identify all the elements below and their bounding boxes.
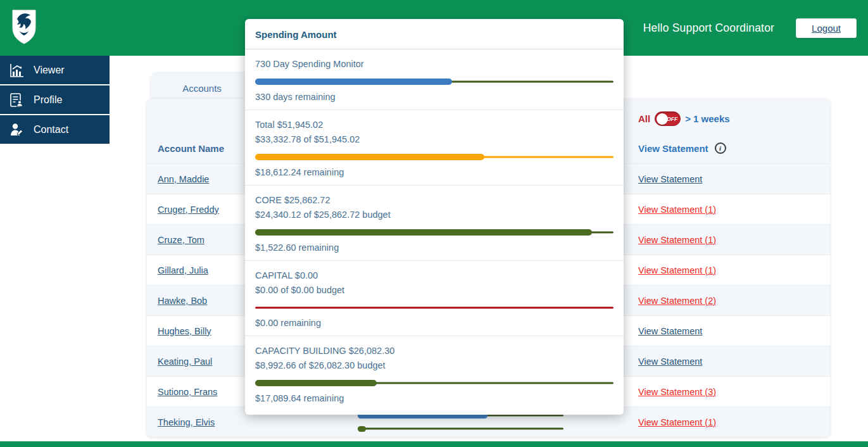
section-label: CORE $25,862.72 — [255, 194, 613, 206]
section-remaining: $17,089.64 remaining — [255, 393, 613, 405]
modal-body: 730 Day Spending Monitor330 days remaini… — [245, 49, 624, 415]
filter-toggle[interactable]: OFF — [655, 111, 681, 126]
sidebar-item-profile[interactable]: Profile — [0, 85, 110, 114]
profile-document-icon — [8, 92, 25, 108]
spending-progress-bar — [358, 426, 563, 432]
section-usage: $24,340.12 of $25,862.72 budget — [255, 209, 613, 221]
column-header-view-statement: View Statement i — [638, 142, 830, 154]
sidebar-item-viewer[interactable]: Viewer — [0, 56, 110, 84]
account-name-link[interactable]: Keating, Paul — [158, 356, 212, 367]
spending-section: CORE $25,862.72$24,340.12 of $25,862.72 … — [245, 186, 624, 261]
section-usage: $8,992.66 of $26,082.30 budget — [255, 360, 613, 372]
section-label: CAPITAL $0.00 — [255, 270, 613, 282]
sidebar-item-label: Viewer — [34, 65, 65, 76]
statement-filter: All OFF > 1 weeks — [638, 111, 730, 126]
spending-progress-bar — [255, 229, 613, 236]
bar-fill — [255, 154, 484, 160]
spending-progress-bar — [255, 305, 613, 311]
view-statement-link[interactable]: View Statement — [638, 326, 702, 336]
account-name-link[interactable]: Sutiono, Frans — [158, 387, 217, 397]
filter-weeks-label: > 1 weeks — [685, 113, 729, 124]
sidebar-item-contact[interactable]: Contact — [0, 115, 110, 144]
spending-section: 730 Day Spending Monitor330 days remaini… — [245, 49, 624, 110]
account-name-link[interactable]: Hughes, Billy — [158, 326, 211, 336]
view-statement-link[interactable]: View Statement (3) — [638, 387, 716, 397]
logo-shield-icon — [11, 9, 37, 46]
bar-track — [358, 428, 563, 430]
spending-amount-popover: Spending Amount 730 Day Spending Monitor… — [245, 19, 624, 415]
footer-strip — [0, 441, 868, 447]
greeting-text: Hello Support Coordinator — [643, 22, 774, 35]
view-statement-link[interactable]: View Statement (1) — [638, 265, 716, 275]
view-statement-link[interactable]: View Statement (2) — [638, 296, 716, 306]
section-label: 730 Day Spending Monitor — [255, 58, 613, 70]
spending-section: CAPITAL $0.00$0.00 of $0.00 budget$0.00 … — [245, 261, 624, 336]
app-page: Hello Support Coordinator Logout Viewer — [0, 0, 868, 447]
account-name-link[interactable]: Gillard, Julia — [158, 265, 208, 275]
bar-fill — [358, 426, 366, 432]
info-icon[interactable]: i — [715, 142, 726, 154]
sidebar: Viewer Profile Contact — [0, 56, 110, 145]
chart-icon — [8, 62, 25, 79]
view-statement-link[interactable]: View Statement (1) — [638, 235, 716, 245]
section-remaining: $1,522.60 remaining — [255, 242, 613, 254]
account-name-link[interactable]: Theking, Elvis — [158, 417, 215, 427]
popover-title: Spending Amount — [245, 19, 624, 49]
account-name-link[interactable]: Hawke, Bob — [158, 296, 207, 306]
sidebar-item-label: Contact — [34, 124, 68, 135]
section-remaining: $18,612.24 remaining — [255, 167, 613, 179]
account-name-link[interactable]: Cruze, Tom — [158, 235, 204, 245]
section-usage: $33,332.78 of $51,945.02 — [255, 134, 613, 146]
bar-fill — [255, 380, 377, 386]
section-usage: $0.00 of $0.00 budget — [255, 284, 613, 296]
section-remaining: $0.00 remaining — [255, 317, 613, 329]
section-remaining: 330 days remaining — [255, 91, 613, 103]
section-label: CAPACITY BUILDING $26,082.30 — [255, 345, 613, 357]
view-statement-link[interactable]: View Statement — [638, 356, 702, 367]
section-label: Total $51,945.02 — [255, 119, 613, 131]
toggle-state-label: OFF — [667, 116, 677, 122]
bar-fill — [255, 79, 452, 85]
contact-person-icon — [8, 122, 25, 138]
account-name-link[interactable]: Cruger, Freddy — [158, 205, 219, 215]
filter-all-label: All — [638, 113, 650, 124]
view-statement-link[interactable]: View Statement — [638, 174, 702, 184]
sidebar-item-label: Profile — [34, 94, 62, 106]
spending-progress-bar — [255, 380, 613, 386]
account-name-link[interactable]: Ann, Maddie — [158, 174, 209, 184]
view-statement-link[interactable]: View Statement (1) — [638, 417, 716, 427]
spending-progress-bar — [255, 79, 613, 85]
spending-section: CAPACITY BUILDING $26,082.30$8,992.66 of… — [245, 336, 624, 415]
bar-track — [255, 307, 613, 309]
bar-fill — [255, 229, 592, 236]
view-statement-link[interactable]: View Statement (1) — [638, 205, 716, 215]
spending-section: Total $51,945.02$33,332.78 of $51,945.02… — [245, 110, 624, 186]
spending-progress-bar — [255, 154, 613, 160]
logout-button[interactable]: Logout — [796, 18, 857, 38]
